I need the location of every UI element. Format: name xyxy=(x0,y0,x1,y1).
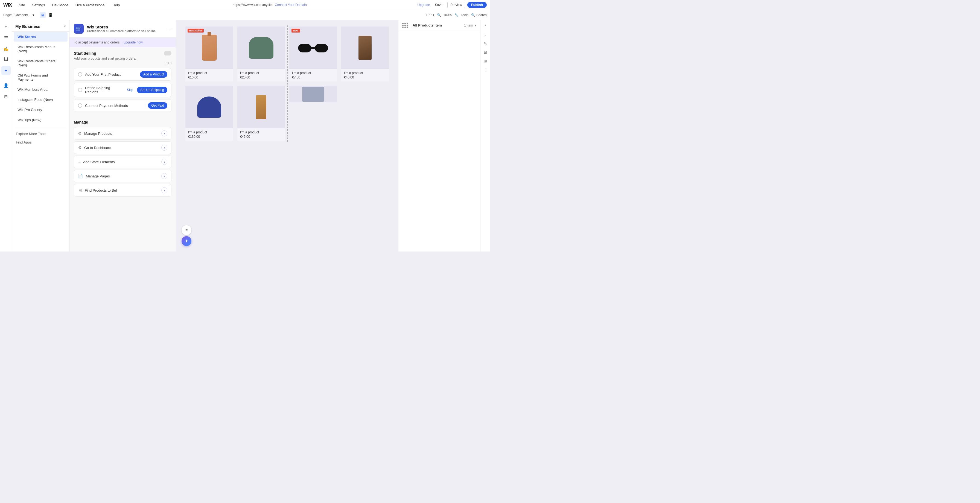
add-store-elements-item[interactable]: + Add Store Elements › xyxy=(74,156,172,168)
explore-more-tools-link[interactable]: Explore More Tools xyxy=(12,130,69,138)
product-name-3: I'm a product xyxy=(292,71,334,75)
connect-domain-link[interactable]: Connect Your Domain xyxy=(275,3,307,7)
upgrade-banner-text: To accept payments and orders, xyxy=(74,40,121,44)
chevron-right-icon[interactable]: ▾ xyxy=(475,24,476,27)
product-card-7[interactable] xyxy=(289,86,337,102)
task-radio-3 xyxy=(78,103,82,108)
product-image-1 xyxy=(185,27,233,69)
add-store-icon: + xyxy=(78,160,80,164)
product-card-5[interactable]: I'm a product €130.00 xyxy=(185,86,233,141)
product-grid: Best Seller I'm a product €10.00 I'm a p… xyxy=(184,25,390,142)
go-to-dashboard-item[interactable]: ⚙ Go to Dashboard › xyxy=(74,141,172,154)
components-icon[interactable]: ⊞ xyxy=(482,57,489,65)
grid-dots-icon xyxy=(402,23,408,28)
layers-icon[interactable]: ⊟ xyxy=(482,48,489,56)
tools-icon: 🔧 xyxy=(455,13,458,17)
search-label: Search xyxy=(476,13,487,17)
manage-pages-arrow: › xyxy=(161,173,167,179)
edit-icon[interactable]: ✎ xyxy=(482,40,489,47)
main-layout: + ☰ ✍ 🖼 ✦ 👤 ⊞ My Business × Wix Stores W… xyxy=(0,20,490,252)
app-item-instagram[interactable]: Instagram Feed (New) xyxy=(14,95,68,104)
manage-products-item[interactable]: ⚙ Manage Products › xyxy=(74,127,172,140)
product-name-1: I'm a product xyxy=(188,71,230,75)
blog-icon[interactable]: ✍ xyxy=(2,44,11,53)
right-panel-label: All Products item xyxy=(413,23,442,27)
product-card-3[interactable]: New I'm a product €7.50 xyxy=(289,27,337,81)
url-text: https://www.wix.com/mysite xyxy=(233,3,273,7)
nav-settings[interactable]: Settings xyxy=(30,3,47,7)
product-card-1[interactable]: Best Seller I'm a product €10.00 xyxy=(185,27,233,81)
save-button[interactable]: Save xyxy=(432,2,445,8)
tools-button[interactable]: 🔧 Tools xyxy=(455,13,468,17)
undo-button[interactable]: ↩ xyxy=(426,12,430,18)
desktop-view-icon[interactable]: 🖥 xyxy=(40,12,46,18)
search-button[interactable]: 🔍 Search xyxy=(471,13,487,17)
app-item-restaurants-menus[interactable]: Wix Restaurants Menus (New) xyxy=(14,42,68,56)
view-mode-icons: 🖥 📱 xyxy=(40,12,53,18)
stores-more-button[interactable]: ⋯ xyxy=(167,26,172,32)
app-item-members[interactable]: Wix Members Area xyxy=(14,85,68,94)
app-item-wix-stores[interactable]: Wix Stores xyxy=(14,32,68,41)
apps-icon[interactable]: ✦ xyxy=(2,66,11,75)
task-shipping: Define Shipping Regions Skip Set Up Ship… xyxy=(74,83,172,97)
nav-hire[interactable]: Hire a Professional xyxy=(73,3,108,7)
app-item-wix-tips[interactable]: Wix Tips (New) xyxy=(14,115,68,125)
mobile-view-icon[interactable]: 📱 xyxy=(47,12,53,18)
product-image-5 xyxy=(185,86,233,128)
right-panel-header: All Products item 1 item ▾ xyxy=(398,20,480,31)
add-product-button[interactable]: Add a Product xyxy=(140,71,167,78)
product-card-2[interactable]: I'm a product €25.00 xyxy=(237,27,285,81)
app-item-gallery[interactable]: Wix Pro Gallery xyxy=(14,105,68,115)
nav-devmode[interactable]: Dev Mode xyxy=(50,3,70,7)
scroll-up-icon[interactable]: ↑ xyxy=(482,22,489,30)
preview-button[interactable]: Preview xyxy=(447,2,465,8)
product-price-3: €7.50 xyxy=(292,75,334,79)
add-elements-icon[interactable]: + xyxy=(2,22,11,32)
stores-info: Wix Stores Professional eCommerce platfo… xyxy=(87,25,156,33)
media-icon[interactable]: 🖼 xyxy=(2,55,11,64)
nav-help[interactable]: Help xyxy=(110,3,122,7)
page-name[interactable]: Category ... ▾ xyxy=(14,13,34,17)
product-card-4[interactable]: I'm a product €40.00 xyxy=(341,27,389,81)
item-count: 1 item xyxy=(464,24,473,27)
zoom-control[interactable]: 🔍 100% xyxy=(437,13,452,17)
product-info-6: I'm a product €45.00 xyxy=(237,128,285,141)
right-panel-title-row: All Products item xyxy=(402,23,442,28)
go-to-dashboard-label: Go to Dashboard xyxy=(84,146,159,150)
find-products-item[interactable]: 🖥 Find Products to Sell › xyxy=(74,184,172,197)
get-paid-button[interactable]: Get Paid xyxy=(148,102,167,109)
upgrade-now-link[interactable]: upgrade now. xyxy=(124,40,143,44)
badge-bestseller: Best Seller xyxy=(188,29,204,32)
upgrade-banner: To accept payments and orders, upgrade n… xyxy=(70,38,176,47)
more-options-icon[interactable]: ··· xyxy=(482,66,489,73)
stores-icon: 🛒 xyxy=(74,24,84,33)
nav-site[interactable]: Site xyxy=(17,3,27,7)
zoom-icon: 🔍 xyxy=(437,13,441,17)
product-price-1: €10.00 xyxy=(188,75,230,79)
add-store-elements-arrow: › xyxy=(161,159,167,165)
publish-button[interactable]: Publish xyxy=(467,2,487,8)
skip-shipping-link[interactable]: Skip xyxy=(127,88,133,92)
manage-pages-label: Manage Pages xyxy=(86,174,159,178)
manage-pages-item[interactable]: 📄 Manage Pages › xyxy=(74,170,172,182)
product-info-1: I'm a product €10.00 xyxy=(185,69,233,81)
find-apps-link[interactable]: Find Apps xyxy=(12,138,69,146)
start-selling-toggle[interactable] xyxy=(164,51,172,56)
scroll-down-icon[interactable]: ↓ xyxy=(482,31,489,38)
product-card-6[interactable]: I'm a product €45.00 xyxy=(237,86,285,141)
stores-panel-header: 🛒 Wix Stores Professional eCommerce plat… xyxy=(70,20,176,38)
app-item-restaurants-orders[interactable]: Wix Restaurants Orders (New) xyxy=(14,56,68,70)
svg-rect-1 xyxy=(315,44,328,52)
close-panel-button[interactable]: × xyxy=(64,24,66,29)
crm-icon[interactable]: 👤 xyxy=(2,81,11,90)
task-label-2: Define Shipping Regions xyxy=(85,86,124,94)
manage-section: Manage ⚙ Manage Products › ⚙ Go to Dashb… xyxy=(70,118,176,202)
upgrade-button[interactable]: Upgrade xyxy=(418,3,430,7)
app-item-forms-payments[interactable]: Old Wix Forms and Payments xyxy=(14,70,68,84)
layers-button[interactable]: ≡ xyxy=(181,225,191,235)
grid-icon[interactable]: ⊞ xyxy=(2,92,11,101)
sparkle-button[interactable]: ✦ xyxy=(181,236,191,246)
setup-shipping-button[interactable]: Set Up Shipping xyxy=(137,87,167,93)
pages-icon[interactable]: ☰ xyxy=(2,33,11,42)
redo-button[interactable]: ↪ xyxy=(431,12,434,18)
